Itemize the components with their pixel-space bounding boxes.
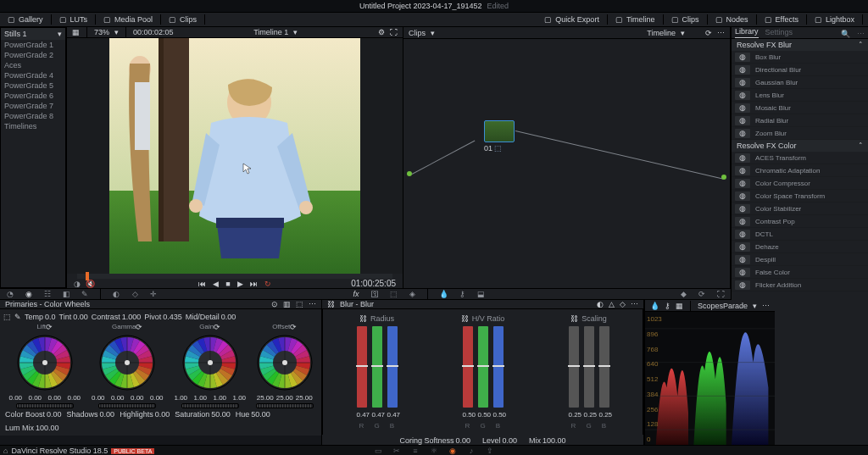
gallery-item[interactable]: Aces xyxy=(1,60,65,70)
wheel-values[interactable]: 0.000.000.000.00 xyxy=(7,394,82,402)
menu-clips[interactable]: ▢Clips xyxy=(164,13,201,26)
image-mode-icon[interactable]: ▦ xyxy=(72,28,80,36)
wheel-values[interactable]: 1.001.001.001.00 xyxy=(172,394,248,402)
page-color[interactable]: ◉ xyxy=(447,447,459,455)
library-item[interactable]: ◍False Color xyxy=(732,266,868,279)
library-item[interactable]: ◍Dehaze xyxy=(732,241,868,253)
node-output[interactable] xyxy=(721,175,726,180)
node-options-icon[interactable]: ⋯ xyxy=(717,29,725,37)
gallery-item[interactable]: PowerGrade 7 xyxy=(1,101,65,111)
library-item[interactable]: ◍Despill xyxy=(732,253,868,266)
menu-media-pool[interactable]: ▢Media Pool xyxy=(99,13,157,26)
gear-icon[interactable]: ⚙ xyxy=(378,28,385,36)
qualifier-icon[interactable]: ◐ xyxy=(111,289,121,299)
param-colorboost[interactable]: Color Boost 0.00 xyxy=(5,410,62,419)
expand-panel-icon[interactable]: ⛶ xyxy=(715,289,726,299)
param-pivot[interactable]: Pivot 0.435 xyxy=(144,313,182,321)
reset-panel-icon[interactable]: ⟳ xyxy=(697,289,707,299)
first-frame-icon[interactable]: ⏮ xyxy=(198,280,206,288)
library-group-header[interactable]: Resolve FX Color˄ xyxy=(732,140,868,152)
scopes-canvas[interactable]: 10238967686405123842561280 xyxy=(645,312,775,447)
scopes-toggle-icon[interactable]: ⬓ xyxy=(476,289,486,299)
color-wheel[interactable] xyxy=(181,333,240,392)
gallery-item[interactable]: PowerGrade 1 xyxy=(1,40,65,50)
log-icon[interactable]: ◧ xyxy=(61,289,71,299)
library-item[interactable]: ◍Color Compressor xyxy=(732,177,868,190)
gallery-item[interactable]: PowerGrade 5 xyxy=(1,80,65,91)
node-canvas[interactable]: 01 ⬚ xyxy=(403,39,730,288)
menu-timeline[interactable]: ▢Timeline xyxy=(611,13,659,26)
page-fusion[interactable]: ⚛ xyxy=(428,447,440,455)
menu-luts[interactable]: ▢LUTs xyxy=(55,13,92,26)
picker-icon[interactable]: ⬚ xyxy=(3,313,11,321)
library-item[interactable]: ◍Color Space Transform xyxy=(732,190,868,203)
gallery-item[interactable]: PowerGrade 2 xyxy=(1,50,65,60)
tab-settings[interactable]: Settings xyxy=(765,28,793,38)
param-mix[interactable]: Mix 100.00 xyxy=(529,436,566,445)
color-wheel[interactable] xyxy=(97,333,157,392)
mute-icon[interactable]: 🔇 xyxy=(86,280,95,288)
param-hue[interactable]: Hue 50.00 xyxy=(236,410,270,419)
node-reset-icon[interactable]: ⟳ xyxy=(705,29,712,37)
library-item[interactable]: ◍Color Stabilizer xyxy=(732,203,868,215)
page-deliver[interactable]: ⇪ xyxy=(484,447,496,455)
library-item[interactable]: ◍Radial Blur xyxy=(732,114,868,127)
clips-mode[interactable]: Clips xyxy=(409,29,426,37)
menu-effects[interactable]: ▢Effects xyxy=(760,13,803,26)
menu-lightbox[interactable]: ▢Lightbox xyxy=(810,13,859,26)
stop-icon[interactable]: ■ xyxy=(225,280,230,288)
param-middetail[interactable]: Mid/Detail 0.00 xyxy=(186,313,236,321)
zoom-value[interactable]: 73% xyxy=(94,28,109,36)
blur-bars[interactable] xyxy=(569,326,609,408)
viewer-timeline-name[interactable]: Timeline 1 xyxy=(253,28,288,36)
curves-icon[interactable]: ◔ xyxy=(5,289,15,299)
link-icon[interactable]: ⛓ xyxy=(327,300,335,308)
log-mode-icon[interactable]: ⬚ xyxy=(296,300,303,308)
3d-icon[interactable]: ◈ xyxy=(407,289,417,299)
library-item[interactable]: ◍Directional Blur xyxy=(732,64,868,76)
blur-tab-icon[interactable]: ◐ xyxy=(597,300,604,308)
blur-bars[interactable] xyxy=(357,326,398,408)
home-icon[interactable]: ⌂ xyxy=(3,447,8,455)
library-item[interactable]: ◍Contrast Pop xyxy=(732,215,868,228)
param-contrast[interactable]: Contrast 1.000 xyxy=(92,313,142,321)
library-item[interactable]: ◍DCTL xyxy=(732,228,868,241)
search-icon[interactable]: 🔍 xyxy=(841,30,850,38)
options-icon[interactable]: ⋯ xyxy=(762,302,770,310)
chevron-down-icon[interactable]: ▾ xyxy=(681,29,685,37)
bypass-icon[interactable]: ◑ xyxy=(74,280,81,288)
options-icon[interactable]: ⋯ xyxy=(857,30,865,38)
library-group-header[interactable]: Resolve FX Blur˄ xyxy=(732,39,868,51)
bars-icon[interactable]: ☷ xyxy=(42,289,53,299)
chevron-down-icon[interactable]: ▾ xyxy=(114,28,119,36)
gallery-header[interactable]: Stills 1 ▾ xyxy=(1,28,65,40)
sharpen-tab-icon[interactable]: △ xyxy=(609,300,615,308)
gallery-item[interactable]: PowerGrade 4 xyxy=(1,70,65,80)
drop-icon[interactable]: 💧 xyxy=(650,302,659,310)
library-item[interactable]: ◍Gaussian Blur xyxy=(732,76,868,89)
blur-values[interactable]: 0.470.470.47 xyxy=(357,411,398,419)
viewer-canvas[interactable] xyxy=(67,38,403,274)
tab-library[interactable]: Library xyxy=(735,27,759,38)
keyframe-icon[interactable]: ◆ xyxy=(678,289,688,299)
mist-tab-icon[interactable]: ◇ xyxy=(620,300,626,308)
menu-clips[interactable]: ▢Clips xyxy=(667,13,704,26)
param-lummix[interactable]: Lum Mix 100.00 xyxy=(5,424,59,432)
sizing-icon[interactable]: ⬚ xyxy=(388,289,398,299)
loop-icon[interactable]: ↻ xyxy=(264,280,271,288)
fx-icon[interactable]: fx xyxy=(351,289,361,299)
blur-values[interactable]: 0.250.250.25 xyxy=(569,411,609,419)
page-media[interactable]: ▭ xyxy=(372,447,384,455)
chevron-down-icon[interactable]: ▾ xyxy=(753,302,757,310)
drop-icon[interactable]: 💧 xyxy=(438,289,448,299)
key-icon[interactable]: ⚷ xyxy=(665,302,670,310)
color-wheel[interactable] xyxy=(15,333,75,392)
play-icon[interactable]: ▶ xyxy=(237,280,243,288)
chevron-down-icon[interactable]: ▾ xyxy=(431,29,435,37)
bars-mode-icon[interactable]: ▥ xyxy=(283,300,291,308)
eyedropper-icon[interactable]: ✎ xyxy=(80,289,90,299)
library-item[interactable]: ◍Flicker Addition xyxy=(732,279,868,291)
param-temp[interactable]: Temp 0.0 xyxy=(25,313,56,321)
blur-bars[interactable] xyxy=(463,326,504,408)
param-saturation[interactable]: Saturation 50.00 xyxy=(175,410,231,419)
